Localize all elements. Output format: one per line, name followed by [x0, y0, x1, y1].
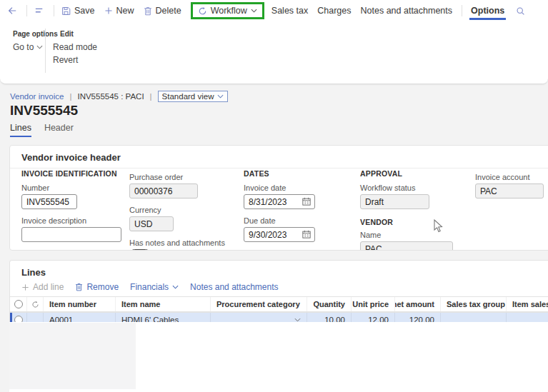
go-to-menu-button[interactable]: Go to — [13, 42, 58, 52]
back-arrow-icon — [7, 6, 17, 16]
approval-vendor-column: APPROVAL Workflow status VENDOR Name — [360, 169, 453, 251]
col-header-sales-tax-group[interactable]: Sales tax group — [441, 297, 507, 311]
plus-icon — [21, 283, 29, 291]
dates-column: DATES Invoice date Due date — [244, 169, 315, 242]
workflow-status-field — [360, 194, 429, 209]
page-title: INV555545 — [10, 103, 78, 119]
cell-procurement-category[interactable] — [211, 313, 307, 323]
chevron-down-icon — [251, 9, 257, 13]
has-notes-label: Has notes and attachments — [129, 238, 225, 247]
approval-group-title: APPROVAL — [360, 169, 453, 178]
tab-header[interactable]: Header — [44, 123, 74, 137]
col-header-quantity[interactable]: Quantity — [307, 297, 352, 311]
new-button[interactable]: New — [104, 6, 134, 16]
action-pane-panel: Save New Delete Workflow Sales tax Charg… — [0, 0, 548, 84]
refresh-column-header[interactable] — [27, 297, 44, 311]
col-header-procurement-category[interactable]: Procurement category — [211, 297, 307, 311]
table-row[interactable]: A0001 HDMI 6' Cables 10.00 12.00 120.00 — [10, 312, 548, 323]
search-button[interactable] — [516, 6, 525, 16]
number-input[interactable] — [21, 194, 77, 209]
remove-line-label: Remove — [86, 282, 119, 292]
chevron-down-icon — [172, 285, 179, 289]
workflow-status-label: Workflow status — [360, 184, 453, 192]
toolbar-divider — [26, 5, 27, 16]
has-notes-value: No — [156, 250, 167, 251]
save-icon — [61, 6, 71, 16]
col-header-item-name[interactable]: Item name — [116, 297, 211, 311]
cell-line-net-amount[interactable]: 120.00 — [395, 313, 441, 323]
col-header-line-net-amount[interactable]: Line net amount — [395, 297, 441, 311]
has-notes-toggle[interactable] — [129, 249, 151, 251]
back-button[interactable] — [7, 6, 17, 16]
col-header-unit-price[interactable]: Unit price — [352, 297, 395, 311]
tab-lines[interactable]: Lines — [10, 123, 31, 137]
select-all-column-header[interactable] — [10, 297, 27, 311]
calendar-icon[interactable] — [302, 197, 311, 206]
invoice-description-label: Invoice description — [21, 216, 121, 225]
edit-group: Edit Read mode Revert — [53, 30, 97, 65]
chevron-down-icon — [217, 94, 224, 99]
lines-menu-icon — [34, 6, 44, 15]
cell-quantity[interactable]: 10.00 — [307, 313, 352, 323]
invoice-identification-column: INVOICE IDENTIFICATION Number Invoice de… — [21, 169, 121, 242]
line-notes-attachments-button[interactable]: Notes and attachments — [190, 282, 278, 292]
vendor-name-field — [360, 241, 453, 251]
charges-button[interactable]: Charges — [317, 6, 351, 16]
page-options-group: Page options Go to — [13, 30, 58, 52]
save-label: Save — [74, 6, 95, 16]
read-mode-button[interactable]: Read mode — [53, 42, 97, 52]
line-notes-attachments-label: Notes and attachments — [190, 282, 278, 292]
trash-icon — [75, 283, 83, 291]
cell-item-number[interactable]: A0001 — [44, 313, 116, 323]
mouse-cursor — [433, 219, 443, 233]
invoice-identification-group-title: INVOICE IDENTIFICATION — [21, 169, 121, 178]
breadcrumb-vendor-invoice-link[interactable]: Vendor invoice — [10, 92, 64, 101]
bottom-left-panel — [9, 323, 136, 389]
page-options-group-title: Page options — [13, 30, 58, 38]
search-icon — [516, 6, 525, 16]
notes-attachments-button[interactable]: Notes and attachments — [361, 6, 453, 16]
lines-section: Lines Add line Remove Financials Notes a… — [9, 260, 548, 323]
cell-sales-tax-group[interactable] — [441, 313, 507, 323]
expand-action-pane-button[interactable] — [34, 6, 44, 15]
financials-menu-button[interactable]: Financials — [130, 282, 179, 292]
breadcrumb-separator: | — [69, 92, 71, 101]
lines-section-title: Lines — [10, 261, 548, 279]
view-selector-dropdown[interactable]: Standard view — [158, 91, 229, 102]
cell-unit-price[interactable]: 12.00 — [352, 313, 395, 323]
plus-icon — [104, 6, 113, 15]
refresh-icon — [31, 301, 39, 308]
row-select-cell[interactable] — [10, 313, 27, 323]
remove-line-button[interactable]: Remove — [75, 282, 119, 292]
calendar-icon[interactable] — [302, 230, 311, 238]
col-header-item-sales-tax-group[interactable]: Item sales tax group — [507, 297, 548, 311]
cell-item-name[interactable]: HDMI 6' Cables — [116, 313, 211, 323]
ribbon-group-divider — [45, 29, 46, 73]
cell-item-sales-tax-group[interactable] — [507, 313, 548, 323]
due-date-label: Due date — [244, 216, 315, 225]
toolbar-divider — [54, 5, 54, 16]
toolbar-divider — [462, 5, 462, 16]
col-header-item-number[interactable]: Item number — [44, 297, 116, 311]
options-tab[interactable]: Options — [469, 2, 506, 20]
workflow-button[interactable]: Workflow — [191, 2, 264, 19]
row-refresh-cell — [27, 313, 44, 323]
revert-button[interactable]: Revert — [53, 55, 97, 65]
breadcrumb-separator: | — [150, 92, 152, 101]
lines-grid: Item number Item name Procurement catego… — [10, 296, 548, 323]
revert-label: Revert — [53, 55, 78, 65]
read-mode-label: Read mode — [53, 42, 97, 52]
save-button[interactable]: Save — [61, 6, 95, 16]
vendor-invoice-header-title: Vendor invoice header — [10, 146, 548, 169]
select-all-circle-icon — [14, 300, 23, 308]
lines-grid-header-row: Item number Item name Procurement catego… — [10, 296, 548, 312]
currency-field — [129, 216, 174, 231]
sales-tax-button[interactable]: Sales tax — [271, 6, 308, 16]
add-line-button[interactable]: Add line — [21, 282, 64, 292]
delete-button[interactable]: Delete — [144, 6, 181, 16]
purchase-column: Purchase order Currency Has notes and at… — [129, 173, 225, 251]
chevron-down-icon — [36, 45, 43, 49]
number-label: Number — [21, 184, 121, 192]
view-selector-label: Standard view — [162, 92, 214, 101]
invoice-description-input[interactable] — [21, 227, 121, 242]
